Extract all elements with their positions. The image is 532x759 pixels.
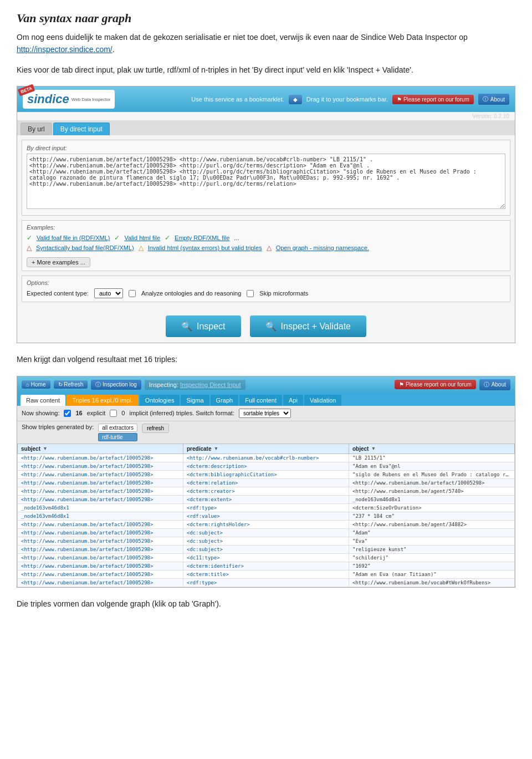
triple-subject: <http://www.rubenianum.be/artefact/10005…	[18, 545, 183, 553]
conclusion-text: Die triples vormen dan volgende graph (k…	[17, 598, 515, 610]
ok-icon-3: ✓	[165, 234, 170, 242]
bookmarklet-button[interactable]: ◆	[289, 95, 302, 104]
table-row: <http://www.rubenianum.be/artefact/10005…	[18, 570, 515, 578]
triple-subject: <http://www.rubenianum.be/artefact/10005…	[18, 470, 183, 478]
ok-icon-2: ✓	[114, 234, 120, 242]
ellipsis: ...	[234, 235, 239, 241]
now-showing-label: Now showing:	[22, 410, 59, 416]
table-row: <http://www.rubenianum.be/artefact/10005…	[18, 487, 515, 495]
triple-object: "1692"	[349, 562, 515, 570]
content-type-select[interactable]: auto	[94, 288, 123, 298]
analyze-label: Analyze ontologies and do reasoning	[141, 290, 241, 297]
triple-predicate: <rdf:type>	[183, 503, 349, 512]
results-tab-raw[interactable]: Raw content	[21, 395, 65, 406]
analyze-checkbox[interactable]	[129, 290, 136, 297]
about-button[interactable]: ⓘ About	[478, 94, 509, 105]
triples-table: subject ▼ predicate ▼ object ▼	[17, 444, 515, 587]
direct-input-textarea[interactable]	[27, 154, 505, 209]
table-row: <http://www.rubenianum.be/artefact/10005…	[18, 462, 515, 470]
table-row: _node163vm46d8x1<rdf:value>"237 * 184 cm…	[18, 512, 515, 520]
err-icon-1: △	[27, 244, 32, 252]
triple-object: "Adam"	[349, 528, 515, 537]
direct-input-label: By direct input:	[27, 145, 505, 151]
sort-icon-subject[interactable]: ▼	[43, 446, 48, 451]
sort-icon-predicate[interactable]: ▼	[213, 446, 218, 451]
extractor-tag-turtle[interactable]: rdf-turtle	[98, 433, 137, 441]
triple-predicate: <rdf:type>	[183, 578, 349, 587]
options-section: Options: Expected content type: auto Ana…	[22, 276, 510, 302]
example-link-5[interactable]: Invalid html (syntax errors) but valid t…	[148, 244, 262, 251]
triple-object: <http://www.rubenianum.be/agent/5740>	[349, 487, 515, 495]
results-tab-graph[interactable]: Graph	[211, 395, 239, 406]
extractor-tags: all extractors rdf-turtle	[98, 424, 137, 441]
table-row: <http://www.rubenianum.be/artefact/10005…	[18, 520, 515, 528]
article-para2: Kies voor de tab direct input, plak uw t…	[17, 64, 515, 76]
inspector-logo: BETA sindice Web Data Inspector	[23, 90, 115, 109]
table-row: <http://www.rubenianum.be/artefact/10005…	[18, 578, 515, 587]
example-link-2[interactable]: Valid html file	[124, 235, 160, 241]
implicit-count: 0	[121, 410, 125, 416]
example-link-6[interactable]: Open graph - missing namespace.	[276, 244, 369, 251]
triple-subject: _node163vm46d8x1	[18, 512, 183, 520]
sindice-link[interactable]: http://inspector.sindice.com/	[17, 45, 112, 54]
more-examples-btn[interactable]: + More examples ...	[27, 257, 90, 267]
options-row: Expected content type: auto Analyze onto…	[27, 288, 505, 298]
options-label: Options:	[27, 279, 505, 286]
header-right: Use this service as a bookmarklet. ◆ Dra…	[191, 94, 509, 105]
home-button[interactable]: ⌂ Home	[22, 380, 50, 389]
table-row: <http://www.rubenianum.be/artefact/10005…	[18, 478, 515, 487]
results-tab-validation[interactable]: Validation	[304, 395, 342, 406]
triple-subject: <http://www.rubenianum.be/artefact/10005…	[18, 487, 183, 495]
explicit-checkbox[interactable]	[64, 410, 71, 417]
triple-subject: <http://www.rubenianum.be/artefact/10005…	[18, 537, 183, 545]
table-row: <http://www.rubenianum.be/artefact/10005…	[18, 454, 515, 462]
implicit-checkbox[interactable]	[110, 410, 117, 417]
implicit-label: implicit (inferred) triples. Switch form…	[129, 410, 234, 416]
examples-label: Examples:	[27, 224, 505, 231]
results-tabs: Raw content Triples 16 expl./0 impl. Ont…	[17, 393, 515, 406]
example-link-1[interactable]: Valid foaf file in (RDF/XML)	[37, 235, 110, 241]
triple-predicate: <dcterm:relation>	[183, 478, 349, 487]
skip-checkbox[interactable]	[247, 290, 254, 297]
triple-object: <http://www.rubenianum.be/agent/34882>	[349, 520, 515, 528]
table-row: <http://www.rubenianum.be/artefact/10005…	[18, 495, 515, 503]
refresh-small-button[interactable]: refresh	[142, 424, 169, 433]
example-link-3[interactable]: Empty RDF/XML file	[175, 235, 229, 241]
results-forum-button[interactable]: ⚑ Please report on our forum	[395, 380, 476, 389]
article-intro-para: Om nog eens duidelijk te maken dat de ge…	[17, 31, 515, 56]
triple-object: "siglo de Rubens en el Museo del Prado :…	[349, 470, 515, 478]
inspect-button[interactable]: 🔍 Inspect	[166, 315, 241, 337]
inspecting-value[interactable]: Inspecting Direct Input	[180, 381, 241, 388]
tab-bydirect[interactable]: By direct input	[53, 123, 110, 135]
triple-object: "religieuze kunst"	[349, 545, 515, 553]
inspect-validate-button[interactable]: 🔍 Inspect + Validate	[250, 315, 366, 337]
inspector-header: BETA sindice Web Data Inspector Use this…	[17, 86, 515, 112]
results-tab-sigma[interactable]: Sigma	[181, 395, 209, 406]
triple-predicate: <dc:subject>	[183, 537, 349, 545]
col-object-header: object ▼	[349, 444, 515, 454]
results-about-button[interactable]: ⓘ About	[479, 379, 510, 390]
triple-object: "Eva"	[349, 537, 515, 545]
results-tab-full[interactable]: Full content	[239, 395, 282, 406]
content-type-label: Expected content type:	[27, 290, 89, 297]
table-row: <http://www.rubenianum.be/artefact/10005…	[18, 537, 515, 545]
forum-button[interactable]: ⚑ Please report on our forum	[392, 95, 474, 104]
triple-subject: <http://www.rubenianum.be/artefact/10005…	[18, 570, 183, 578]
extractor-tag-all[interactable]: all extractors	[98, 424, 137, 432]
results-tab-ontologies[interactable]: Ontologies	[140, 395, 180, 406]
triple-predicate: <http://www.rubenianum.be/vocab#crlb-num…	[183, 454, 349, 462]
bookmark-label: Use this service as a bookmarklet.	[191, 96, 284, 103]
triple-object: _node163vm46d8x1	[349, 495, 515, 503]
sort-icon-object[interactable]: ▼	[371, 446, 376, 451]
inspector-tabs: By url By direct input	[17, 120, 515, 135]
inspection-log-button[interactable]: ⓘ Inspection log	[91, 380, 141, 390]
inspector-widget: BETA sindice Web Data Inspector Use this…	[17, 86, 515, 343]
tab-byurl[interactable]: By url	[21, 123, 52, 135]
refresh-button[interactable]: ↻ Refresh	[54, 380, 88, 389]
results-tab-triples[interactable]: Triples 16 expl./0 impl.	[66, 395, 139, 406]
results-tab-api[interactable]: Api	[283, 395, 303, 406]
show-generated-label: Show triples generated by:	[22, 424, 94, 430]
example-link-4[interactable]: Syntactically bad foaf file(RDF/XML)	[36, 244, 134, 251]
format-select[interactable]: sortable triples	[239, 409, 291, 418]
inspect-validate-icon: 🔍	[265, 321, 277, 332]
